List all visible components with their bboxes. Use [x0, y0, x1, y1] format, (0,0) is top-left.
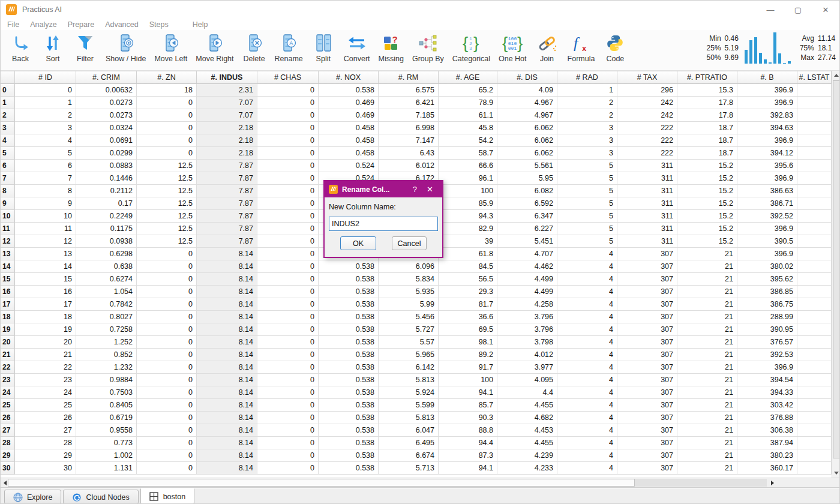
row-header[interactable]: 10 — [1, 210, 15, 223]
table-cell[interactable]: 4.455 — [497, 399, 557, 412]
table-cell[interactable]: 7 — [15, 172, 76, 185]
table-cell[interactable]: 36.6 — [439, 311, 497, 323]
table-cell[interactable]: 3 — [15, 122, 76, 134]
table-cell[interactable]: 0.538 — [319, 462, 379, 475]
table-cell[interactable]: 12.5 — [137, 185, 197, 197]
table-cell[interactable]: 6.43 — [379, 147, 439, 160]
column-header-crim[interactable]: #. CRIM — [76, 71, 137, 84]
table-cell[interactable]: 0 — [257, 349, 319, 361]
table-cell[interactable]: 4.499 — [497, 286, 557, 298]
table-cell[interactable] — [797, 84, 832, 97]
table-cell[interactable]: 395.62 — [737, 273, 797, 286]
table-cell[interactable]: 2 — [15, 109, 76, 122]
table-cell[interactable]: 0 — [137, 273, 197, 286]
table-cell[interactable]: 392.52 — [737, 210, 797, 223]
table-cell[interactable]: 15.2 — [677, 223, 737, 235]
column-header-rm[interactable]: #. RM — [379, 71, 439, 84]
table-cell[interactable]: 376.57 — [737, 336, 797, 349]
grid-corner-cell[interactable] — [1, 71, 15, 84]
scroll-right-arrow-icon[interactable] — [769, 480, 775, 486]
row-header[interactable]: 19 — [1, 323, 15, 336]
row-header[interactable]: 27 — [1, 424, 15, 437]
table-cell[interactable]: 0 — [137, 134, 197, 147]
table-cell[interactable]: 21 — [677, 311, 737, 323]
table-cell[interactable]: 0 — [137, 462, 197, 475]
horizontal-scrollbar-thumb[interactable] — [8, 479, 635, 487]
table-cell[interactable]: 0 — [137, 349, 197, 361]
table-cell[interactable]: 4 — [557, 248, 617, 260]
row-header[interactable]: 30 — [1, 462, 15, 475]
table-cell[interactable]: 4 — [557, 298, 617, 311]
table-cell[interactable]: 0.538 — [319, 311, 379, 323]
table-cell[interactable]: 0 — [257, 134, 319, 147]
table-cell[interactable]: 4 — [557, 462, 617, 475]
table-cell[interactable]: 10 — [15, 210, 76, 223]
table-cell[interactable]: 390.95 — [737, 323, 797, 336]
table-cell[interactable]: 4 — [557, 424, 617, 437]
table-cell[interactable]: 1 — [15, 97, 76, 109]
table-cell[interactable]: 6.592 — [497, 197, 557, 210]
table-cell[interactable]: 0 — [257, 374, 319, 386]
table-cell[interactable]: 4 — [15, 134, 76, 147]
column-header-rad[interactable]: # RAD — [557, 71, 617, 84]
table-cell[interactable]: 21 — [677, 286, 737, 298]
table-cell[interactable]: 4.462 — [497, 260, 557, 273]
toolbar-join-button[interactable]: Join — [531, 30, 563, 63]
table-cell[interactable]: 0 — [137, 109, 197, 122]
table-cell[interactable]: 307 — [617, 298, 677, 311]
table-cell[interactable] — [797, 449, 832, 462]
table-cell[interactable]: 27 — [15, 424, 76, 437]
table-cell[interactable]: 311 — [617, 197, 677, 210]
table-cell[interactable]: 4 — [557, 437, 617, 449]
table-cell[interactable]: 12.5 — [137, 235, 197, 248]
table-cell[interactable]: 311 — [617, 223, 677, 235]
table-cell[interactable]: 91.7 — [439, 361, 497, 374]
table-cell[interactable] — [797, 336, 832, 349]
table-cell[interactable]: 94.1 — [439, 386, 497, 399]
table-cell[interactable]: 0.8027 — [76, 311, 137, 323]
table-cell[interactable]: 28 — [15, 437, 76, 449]
table-cell[interactable]: 5 — [557, 197, 617, 210]
table-cell[interactable] — [797, 210, 832, 223]
table-cell[interactable]: 0.538 — [319, 437, 379, 449]
table-cell[interactable]: 21 — [677, 323, 737, 336]
table-cell[interactable]: 0.469 — [319, 97, 379, 109]
row-header[interactable]: 24 — [1, 386, 15, 399]
table-cell[interactable]: 0 — [257, 84, 319, 97]
table-cell[interactable]: 307 — [617, 449, 677, 462]
table-cell[interactable]: 392.53 — [737, 349, 797, 361]
table-cell[interactable]: 5 — [557, 235, 617, 248]
table-cell[interactable]: 0.538 — [319, 386, 379, 399]
table-cell[interactable]: 8.14 — [197, 449, 257, 462]
table-cell[interactable]: 0.773 — [76, 437, 137, 449]
table-cell[interactable] — [797, 412, 832, 424]
table-cell[interactable]: 0.538 — [319, 286, 379, 298]
table-cell[interactable]: 21 — [677, 273, 737, 286]
table-cell[interactable]: 7.87 — [197, 210, 257, 223]
table-cell[interactable]: 5 — [557, 210, 617, 223]
table-cell[interactable]: 0 — [137, 260, 197, 273]
table-cell[interactable]: 0 — [137, 323, 197, 336]
table-cell[interactable]: 2.31 — [197, 84, 257, 97]
table-cell[interactable]: 6.142 — [379, 361, 439, 374]
table-cell[interactable]: 12.5 — [137, 172, 197, 185]
table-cell[interactable]: 81.7 — [439, 298, 497, 311]
table-cell[interactable]: 65.2 — [439, 84, 497, 97]
table-cell[interactable]: 5 — [557, 223, 617, 235]
table-cell[interactable]: 21 — [677, 374, 737, 386]
table-cell[interactable]: 4.4 — [497, 386, 557, 399]
table-cell[interactable]: 0.9884 — [76, 374, 137, 386]
table-cell[interactable]: 0.9558 — [76, 424, 137, 437]
table-cell[interactable]: 5.727 — [379, 323, 439, 336]
table-cell[interactable]: 6.012 — [379, 160, 439, 172]
table-cell[interactable]: 6.998 — [379, 122, 439, 134]
table-cell[interactable]: 7.87 — [197, 172, 257, 185]
row-header[interactable]: 22 — [1, 361, 15, 374]
table-cell[interactable]: 396.9 — [737, 97, 797, 109]
table-cell[interactable]: 222 — [617, 122, 677, 134]
table-cell[interactable]: 6.575 — [379, 84, 439, 97]
table-cell[interactable]: 0 — [137, 122, 197, 134]
table-cell[interactable]: 396.9 — [737, 134, 797, 147]
table-cell[interactable]: 17.8 — [677, 109, 737, 122]
table-cell[interactable]: 0.6298 — [76, 248, 137, 260]
